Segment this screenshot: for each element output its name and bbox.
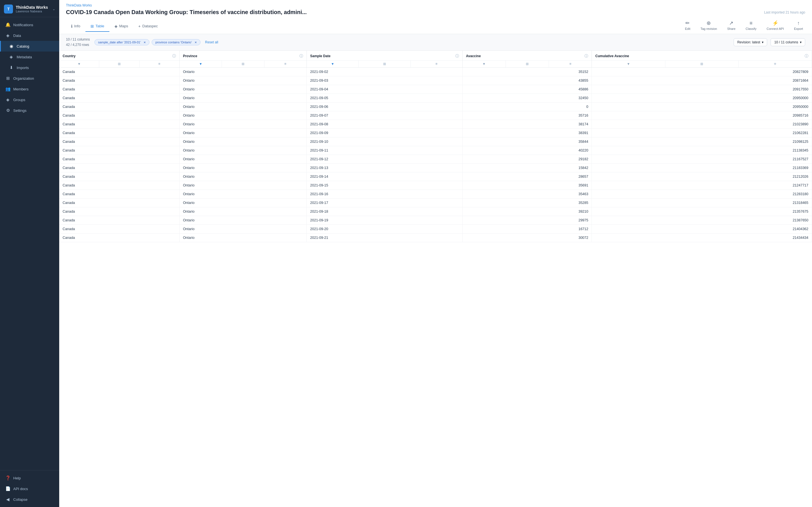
filter-chip-1[interactable]: province contains 'Ontario' ✕ xyxy=(152,39,200,45)
nav-icon-imports: ⬇ xyxy=(9,65,14,70)
breadcrumb[interactable]: ThinkData Works xyxy=(66,3,805,7)
sidebar-item-groups[interactable]: ◈ Groups xyxy=(0,94,59,105)
th-pin-country[interactable]: ✳ xyxy=(140,61,179,67)
sidebar-chevron-icon[interactable]: ⌄ xyxy=(52,7,55,11)
action-share[interactable]: ↗ Share xyxy=(725,19,738,32)
th-group-avaccine[interactable]: ⊞ xyxy=(506,61,549,67)
nav-icon-settings: ⚙ xyxy=(5,108,10,113)
sidebar-item-settings[interactable]: ⚙ Settings xyxy=(0,105,59,116)
td-province: Ontario xyxy=(179,155,306,164)
columns-select[interactable]: 10 / 11 columns ▾ xyxy=(770,38,805,46)
sidebar-item-catalog[interactable]: ◉ Catalog xyxy=(0,41,59,52)
brand-user: Lawrence Nabeara xyxy=(16,10,48,13)
sidebar-bottom-collapse[interactable]: ◀ Collapse xyxy=(0,494,59,505)
nav-icon-members: 👥 xyxy=(5,87,10,92)
td-cumulative_avaccine: 21212026 xyxy=(592,172,812,181)
td-cumulative_avaccine: 20950000 xyxy=(592,103,812,111)
tab-table[interactable]: ⊞ Table xyxy=(86,21,109,32)
td-country: Canada xyxy=(59,207,179,216)
tab-maps[interactable]: ◈ Maps xyxy=(109,21,133,32)
action-tag-revision[interactable]: ⊛ Tag revision xyxy=(698,19,719,32)
reset-all-button[interactable]: Reset all xyxy=(205,40,218,44)
th-pin-avaccine[interactable]: ✳ xyxy=(549,61,592,67)
sidebar-item-imports[interactable]: ⬇ Imports xyxy=(0,62,59,73)
th-filter-avaccine[interactable]: ▼ xyxy=(463,61,506,67)
nav-icon-catalog: ◉ xyxy=(9,44,14,49)
td-country: Canada xyxy=(59,199,179,207)
brand-text: ThinkData Works Lawrence Nabeara xyxy=(16,5,48,13)
td-sample_date: 2021-09-10 xyxy=(307,137,463,146)
th-pin-sample_date[interactable]: ✳ xyxy=(411,61,462,67)
table-row: CanadaOntario2021-09-153569121247717 xyxy=(59,181,812,190)
filter-chip-0[interactable]: sample_date after '2021-09-01' ✕ xyxy=(94,39,150,45)
last-imported: Last imported 21 hours ago xyxy=(764,10,805,14)
td-country: Canada xyxy=(59,103,179,111)
td-sample_date: 2021-09-02 xyxy=(307,68,463,76)
td-sample_date: 2021-09-15 xyxy=(307,181,463,190)
td-country: Canada xyxy=(59,164,179,172)
action-connect-api[interactable]: ⚡ Connect API xyxy=(764,19,786,32)
tab-dataspec[interactable]: + Dataspec xyxy=(133,21,163,32)
sidebar-item-notifications[interactable]: 🔔 Notifications xyxy=(0,19,59,30)
columns-select-label: 10 / 11 columns xyxy=(774,40,798,44)
tab-icon-maps: ◈ xyxy=(114,24,117,29)
action-bar: ✏ Edit⊛ Tag revision↗ Share≡ Classify⚡ C… xyxy=(683,19,806,34)
td-cumulative_avaccine: 20985716 xyxy=(592,111,812,120)
table-row: CanadaOntario2021-09-034385520871664 xyxy=(59,76,812,85)
sidebar-item-members[interactable]: 👥 Members xyxy=(0,83,59,94)
tab-icon-dataspec: + xyxy=(139,24,141,29)
th-info-icon-cumulative_avaccine[interactable]: ⓘ xyxy=(805,54,808,59)
td-cumulative_avaccine: 21167527 xyxy=(592,155,812,164)
td-province: Ontario xyxy=(179,164,306,172)
table-row: CanadaOntario2021-09-023515220827809 xyxy=(59,68,812,76)
nav-label-settings: Settings xyxy=(13,108,27,113)
tab-info[interactable]: ℹ Info xyxy=(66,21,86,32)
sidebar-item-metadata[interactable]: ◈ Metadata xyxy=(0,52,59,62)
action-export[interactable]: ↑ Export xyxy=(792,19,805,32)
sidebar-bottom-help[interactable]: ❓ Help xyxy=(0,473,59,483)
th-avaccine: Avaccine ⓘ ▼ ⊞ ✳ xyxy=(462,51,592,68)
sidebar-item-organization[interactable]: ⊞ Organization xyxy=(0,73,59,83)
action-icon-connect-api: ⚡ xyxy=(772,20,778,26)
td-country: Canada xyxy=(59,120,179,129)
td-country: Canada xyxy=(59,233,179,242)
chip-close-icon-1[interactable]: ✕ xyxy=(195,41,197,44)
td-sample_date: 2021-09-21 xyxy=(307,233,463,242)
td-avaccine: 32450 xyxy=(462,94,592,103)
td-cumulative_avaccine: 21318465 xyxy=(592,199,812,207)
th-info-icon-avaccine[interactable]: ⓘ xyxy=(585,54,588,59)
sidebar-item-data[interactable]: ◈ Data xyxy=(0,30,59,41)
th-group-country[interactable]: ⊞ xyxy=(99,61,139,67)
th-pin-cumulative_avaccine[interactable]: ✳ xyxy=(739,61,812,67)
td-avaccine: 35463 xyxy=(462,190,592,199)
td-province: Ontario xyxy=(179,68,306,76)
th-info-icon-province[interactable]: ⓘ xyxy=(299,54,303,59)
chip-close-icon-0[interactable]: ✕ xyxy=(144,41,146,44)
th-group-province[interactable]: ⊞ xyxy=(222,61,264,67)
th-filter-country[interactable]: ▼ xyxy=(59,61,99,67)
th-info-icon-sample_date[interactable]: ⓘ xyxy=(455,54,459,59)
chip-text-1: province contains 'Ontario' xyxy=(155,41,192,44)
th-cumulative_avaccine: Cumulative Avaccine ⓘ ▼ ⊞ ✳ xyxy=(592,51,812,68)
nav-label-catalog: Catalog xyxy=(17,44,29,48)
th-filter-cumulative_avaccine[interactable]: ▼ xyxy=(592,61,665,67)
th-group-cumulative_avaccine[interactable]: ⊞ xyxy=(665,61,739,67)
action-label-connect-api: Connect API xyxy=(767,27,784,31)
sidebar-bottom-api-docs[interactable]: 📄 API docs xyxy=(0,483,59,494)
action-classify[interactable]: ≡ Classify xyxy=(744,19,759,32)
td-country: Canada xyxy=(59,68,179,76)
td-cumulative_avaccine: 20871664 xyxy=(592,76,812,85)
th-pin-province[interactable]: ✳ xyxy=(264,61,306,67)
table-container: Country ⓘ ▼ ⊞ ✳ Province ⓘ ▼ ⊞ ✳ Sample … xyxy=(59,51,812,507)
td-sample_date: 2021-09-07 xyxy=(307,111,463,120)
th-filter-sample_date[interactable]: ▼ xyxy=(307,61,359,67)
filter-right: Revision: latest ▾ 10 / 11 columns ▾ xyxy=(733,38,805,46)
td-sample_date: 2021-09-20 xyxy=(307,225,463,233)
revision-select[interactable]: Revision: latest ▾ xyxy=(733,38,767,46)
th-info-icon-country[interactable]: ⓘ xyxy=(172,54,176,59)
th-filter-province[interactable]: ▼ xyxy=(180,61,222,67)
th-group-sample_date[interactable]: ⊞ xyxy=(359,61,410,67)
table-row: CanadaOntario2021-09-142865721212026 xyxy=(59,172,812,181)
action-edit[interactable]: ✏ Edit xyxy=(683,19,693,32)
nav-label-data: Data xyxy=(13,34,21,38)
